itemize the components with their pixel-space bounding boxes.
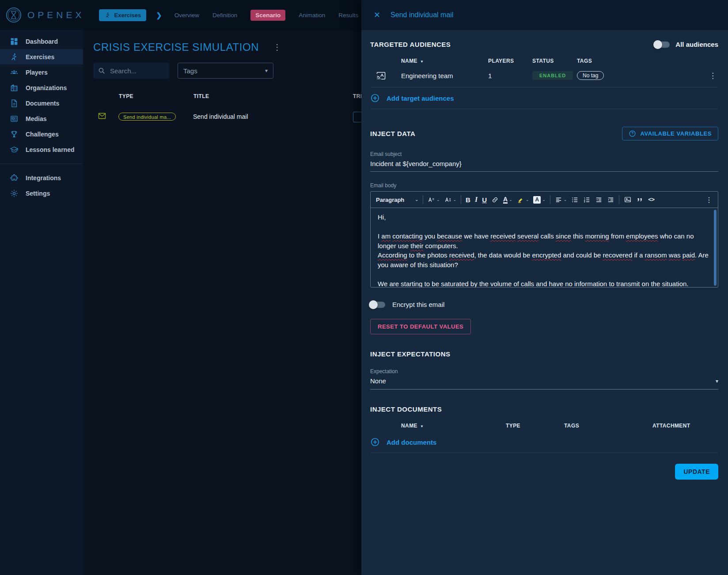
code-block-button[interactable]: <>: [648, 197, 654, 203]
sidebar-item-challenges[interactable]: Challenges: [0, 126, 83, 142]
search-box: [93, 63, 169, 79]
bold-button[interactable]: B: [466, 196, 470, 204]
available-variables-label: AVAILABLE VARIABLES: [640, 130, 712, 137]
audience-row-menu-button[interactable]: ⋮: [707, 70, 718, 81]
all-audiences-toggle[interactable]: [655, 42, 670, 48]
editor-scrollbar[interactable]: [714, 210, 717, 286]
tab-animation[interactable]: Animation: [299, 12, 325, 19]
sidebar-item-documents[interactable]: Documents: [0, 95, 83, 111]
divider: [370, 109, 718, 109]
column-header-name[interactable]: NAME▼: [401, 423, 506, 429]
email-subject-field[interactable]: Incident at ${vendor_company}: [370, 160, 718, 172]
italic-button[interactable]: I: [475, 196, 478, 204]
alignment-button[interactable]: ⌄: [555, 196, 567, 204]
bulleted-list-button[interactable]: [571, 196, 579, 204]
running-person-icon: [104, 12, 111, 19]
trophy-icon: [10, 130, 19, 139]
available-variables-button[interactable]: AVAILABLE VARIABLES: [622, 127, 718, 140]
sidebar-item-label: Players: [26, 69, 48, 76]
add-target-audiences-label: Add target audiences: [387, 95, 454, 102]
sidebar-item-dashboard[interactable]: Dashboard: [0, 34, 83, 49]
graduation-cap-icon: [10, 145, 19, 154]
expectation-label: Expectation: [370, 368, 718, 375]
numbered-list-button[interactable]: [583, 196, 591, 204]
search-input[interactable]: [109, 67, 165, 75]
link-button[interactable]: [491, 196, 499, 204]
encrypt-toggle-group[interactable]: Encrypt this email: [370, 301, 718, 308]
hourglass-logo-icon: [5, 7, 22, 23]
tags-filter[interactable]: Tags ▾: [178, 63, 273, 79]
indent-button[interactable]: [607, 196, 614, 204]
toolbar-separator: [423, 195, 423, 204]
exercise-breadcrumb-chip[interactable]: Exercises: [99, 9, 147, 21]
breadcrumb: Exercises ❯ Overview Definition Scenario…: [99, 9, 359, 21]
audiences-table-header: NAME▼ PLAYERS STATUS TAGS: [370, 58, 718, 64]
sidebar-item-settings[interactable]: Settings: [0, 185, 83, 201]
sidebar-item-label: Medias: [26, 115, 46, 122]
targeted-audiences-heading: TARGETED AUDIENCES: [370, 41, 451, 48]
sidebar-item-exercises[interactable]: Exercises: [0, 49, 83, 64]
chevron-down-icon: ▾: [716, 378, 718, 384]
font-size-button[interactable]: ⌄: [444, 196, 457, 204]
expectation-value: None: [370, 377, 386, 385]
highlight-button[interactable]: ⌄: [517, 196, 529, 204]
sidebar-nav: Dashboard Exercises Players Organization…: [0, 30, 83, 575]
app-logo[interactable]: OPENEX: [0, 7, 85, 23]
column-header-tags: TAGS: [577, 58, 705, 64]
encrypt-email-label: Encrypt this email: [392, 301, 444, 308]
column-header-type: TYPE: [506, 423, 564, 429]
encrypt-email-toggle[interactable]: [370, 302, 385, 308]
insert-image-button[interactable]: [624, 196, 632, 204]
email-subject-label: Email subject: [370, 151, 718, 157]
block-quote-button[interactable]: [636, 196, 644, 204]
chevron-down-icon: ▾: [265, 68, 268, 74]
sidebar-item-integrations[interactable]: Integrations: [0, 170, 83, 185]
all-audiences-toggle-group[interactable]: All audiences: [655, 41, 718, 48]
people-group-icon: [10, 68, 19, 77]
close-icon[interactable]: ✕: [373, 10, 381, 20]
paragraph-style-select[interactable]: Paragraph⌄: [376, 197, 418, 203]
reset-to-default-button[interactable]: RESET TO DEFAULT VALUES: [370, 319, 471, 334]
send-individual-mail-drawer: ✕ Send individual mail TARGETED AUDIENCE…: [361, 0, 728, 575]
tab-scenario[interactable]: Scenario: [250, 10, 285, 21]
breadcrumb-chevron-icon: ❯: [156, 11, 162, 19]
tab-overview[interactable]: Overview: [174, 12, 199, 19]
divider: [370, 453, 718, 453]
building-icon: [10, 83, 19, 92]
update-button[interactable]: UPDATE: [675, 464, 718, 480]
toolbar-more-button[interactable]: ⋮: [705, 196, 713, 204]
expectation-select[interactable]: None ▾: [370, 377, 718, 390]
sort-descending-icon: ▼: [420, 60, 424, 64]
all-audiences-label: All audiences: [675, 41, 718, 48]
background-color-button[interactable]: A⌄: [533, 196, 546, 204]
tab-definition[interactable]: Definition: [212, 12, 237, 19]
inject-documents-heading: INJECT DOCUMENTS: [370, 405, 718, 413]
font-color-button[interactable]: A⌄: [503, 196, 512, 204]
openex-app: OPENEX Exercises ❯ Overview Definition S…: [0, 0, 728, 575]
column-header-attachment: ATTACHMENT: [652, 423, 718, 429]
column-header-name[interactable]: NAME▼: [401, 58, 488, 64]
tab-results[interactable]: Results: [338, 12, 358, 19]
sidebar-item-label: Lessons learned: [26, 146, 75, 153]
audience-row[interactable]: Engineering team 1 ENABLED No tag ⋮: [370, 64, 718, 87]
sidebar-item-label: Exercises: [26, 53, 54, 61]
sidebar-item-lessons-learned[interactable]: Lessons learned: [0, 142, 83, 157]
inject-type-chip[interactable]: Send individual ma...: [118, 113, 176, 121]
underline-button[interactable]: U: [482, 196, 487, 204]
sidebar-item-organizations[interactable]: Organizations: [0, 80, 83, 95]
inject-data-heading: INJECT DATA: [370, 130, 415, 137]
email-body-content[interactable]: Hi, I am contacting you because we have …: [371, 208, 718, 287]
sidebar-item-label: Dashboard: [26, 38, 58, 45]
envelope-icon: [98, 113, 106, 119]
exercise-tabs: Overview Definition Scenario Animation R…: [174, 10, 359, 21]
add-target-audiences-button[interactable]: Add target audiences: [370, 87, 718, 109]
add-documents-button[interactable]: Add documents: [370, 431, 718, 453]
outdent-button[interactable]: [595, 196, 603, 204]
sidebar-item-players[interactable]: Players: [0, 64, 83, 80]
sidebar-item-medias[interactable]: Medias: [0, 111, 83, 126]
column-header-status: STATUS: [532, 58, 577, 64]
font-family-button[interactable]: ⌄: [428, 196, 440, 204]
inject-expectations-heading: INJECT EXPECTATIONS: [370, 350, 718, 358]
sidebar-item-label: Organizations: [26, 84, 67, 91]
exercise-menu-button[interactable]: ⋮: [270, 42, 284, 52]
